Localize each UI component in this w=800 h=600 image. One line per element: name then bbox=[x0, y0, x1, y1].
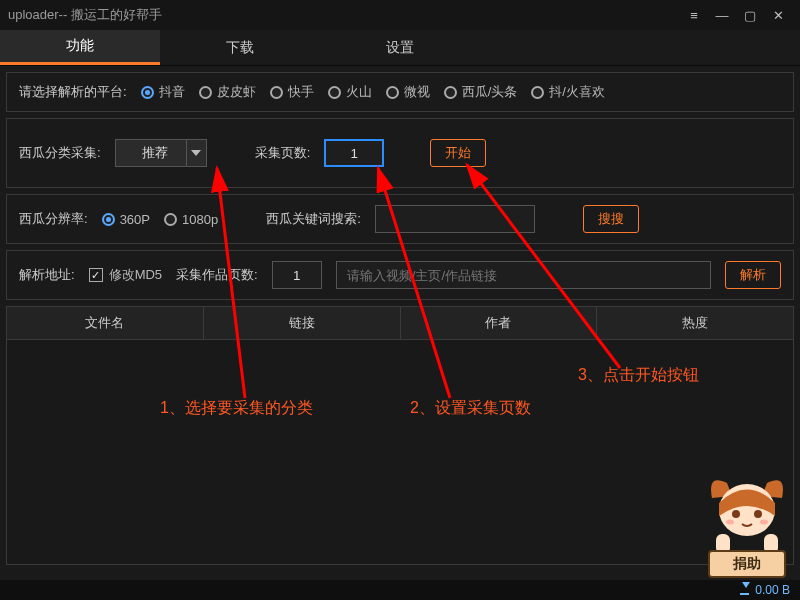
radio-dot-icon bbox=[102, 213, 115, 226]
close-icon[interactable]: ✕ bbox=[764, 3, 792, 27]
category-value: 推荐 bbox=[124, 144, 186, 162]
parse-button[interactable]: 解析 bbox=[725, 261, 781, 289]
category-select[interactable]: 推荐 bbox=[115, 139, 207, 167]
url-input[interactable] bbox=[336, 261, 711, 289]
col-heat[interactable]: 热度 bbox=[597, 307, 793, 339]
radio-dot-icon bbox=[444, 86, 457, 99]
col-filename[interactable]: 文件名 bbox=[7, 307, 204, 339]
resolution-section: 西瓜分辨率: 360P 1080p 西瓜关键词搜索: 搜搜 bbox=[6, 194, 794, 244]
table-body bbox=[6, 340, 794, 565]
search-button[interactable]: 搜搜 bbox=[583, 205, 639, 233]
tab-functions[interactable]: 功能 bbox=[0, 30, 160, 65]
pages-input[interactable] bbox=[324, 139, 384, 167]
radio-weishi[interactable]: 微视 bbox=[386, 83, 430, 101]
parse-section: 解析地址: ✓ 修改MD5 采集作品页数: 解析 bbox=[6, 250, 794, 300]
status-bar: 0.00 B bbox=[0, 580, 800, 600]
radio-kuaishou[interactable]: 快手 bbox=[270, 83, 314, 101]
radio-douhuo[interactable]: 抖/火喜欢 bbox=[531, 83, 605, 101]
radio-dot-icon bbox=[531, 86, 544, 99]
radio-dot-icon bbox=[270, 86, 283, 99]
radio-xigua[interactable]: 西瓜/头条 bbox=[444, 83, 518, 101]
md5-checkbox[interactable]: ✓ 修改MD5 bbox=[89, 266, 162, 284]
keyword-input[interactable] bbox=[375, 205, 535, 233]
parse-label: 解析地址: bbox=[19, 266, 75, 284]
collect-label: 西瓜分类采集: bbox=[19, 144, 101, 162]
radio-douyin[interactable]: 抖音 bbox=[141, 83, 185, 101]
tab-settings[interactable]: 设置 bbox=[320, 30, 480, 65]
tab-download[interactable]: 下载 bbox=[160, 30, 320, 65]
radio-dot-icon bbox=[164, 213, 177, 226]
main-tabs: 功能 下载 设置 bbox=[0, 30, 800, 66]
radio-dot-icon bbox=[141, 86, 154, 99]
radio-dot-icon bbox=[328, 86, 341, 99]
collect-section: 西瓜分类采集: 推荐 采集页数: 开始 bbox=[6, 118, 794, 188]
maximize-icon[interactable]: ▢ bbox=[736, 3, 764, 27]
check-icon: ✓ bbox=[89, 268, 103, 282]
work-pages-input[interactable] bbox=[272, 261, 322, 289]
mascot-icon bbox=[702, 468, 792, 563]
radio-1080p[interactable]: 1080p bbox=[164, 212, 218, 227]
platform-label: 请选择解析的平台: bbox=[19, 83, 127, 101]
window-title: uploader-- 搬运工的好帮手 bbox=[8, 6, 680, 24]
radio-huoshan[interactable]: 火山 bbox=[328, 83, 372, 101]
menu-icon[interactable]: ≡ bbox=[680, 3, 708, 27]
mascot: 捐助 bbox=[702, 468, 792, 578]
col-link[interactable]: 链接 bbox=[204, 307, 401, 339]
pages-label: 采集页数: bbox=[255, 144, 311, 162]
col-author[interactable]: 作者 bbox=[401, 307, 598, 339]
start-button[interactable]: 开始 bbox=[430, 139, 486, 167]
minimize-icon[interactable]: — bbox=[708, 3, 736, 27]
download-speed: 0.00 B bbox=[755, 583, 790, 597]
radio-360p[interactable]: 360P bbox=[102, 212, 150, 227]
resolution-label: 西瓜分辨率: bbox=[19, 210, 88, 228]
chevron-down-icon bbox=[186, 140, 206, 166]
svg-point-5 bbox=[754, 510, 762, 518]
result-table: 文件名 链接 作者 热度 bbox=[6, 306, 794, 565]
radio-dot-icon bbox=[199, 86, 212, 99]
table-header: 文件名 链接 作者 热度 bbox=[6, 306, 794, 340]
work-pages-label: 采集作品页数: bbox=[176, 266, 258, 284]
donate-button[interactable]: 捐助 bbox=[708, 550, 786, 578]
svg-point-4 bbox=[732, 510, 740, 518]
radio-dot-icon bbox=[386, 86, 399, 99]
title-bar: uploader-- 搬运工的好帮手 ≡ — ▢ ✕ bbox=[0, 0, 800, 30]
platform-section: 请选择解析的平台: 抖音 皮皮虾 快手 火山 微视 西瓜/头条 抖/火喜欢 bbox=[6, 72, 794, 112]
svg-point-7 bbox=[760, 520, 768, 525]
keyword-label: 西瓜关键词搜索: bbox=[266, 210, 361, 228]
radio-pipixia[interactable]: 皮皮虾 bbox=[199, 83, 256, 101]
download-icon bbox=[740, 586, 749, 595]
svg-point-6 bbox=[726, 520, 734, 525]
